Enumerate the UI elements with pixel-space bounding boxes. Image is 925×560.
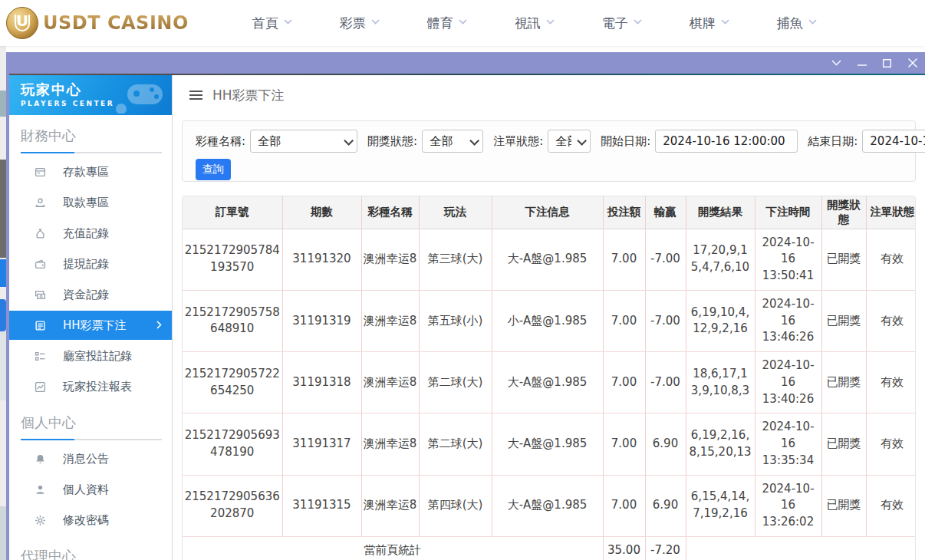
sidebar-item[interactable]: 提現記錄 (9, 249, 172, 279)
cell-lottery-name: 澳洲幸运8 (361, 290, 419, 351)
cell-draw-status: 已開獎 (821, 229, 866, 290)
end-date-input[interactable] (862, 130, 925, 153)
sidebar-section-title: 代理中心 (21, 547, 172, 560)
column-header: 下注信息 (492, 196, 603, 229)
sidebar-item[interactable]: 資金記錄 (9, 279, 172, 310)
table-row: 2152172905722654250 31191318 澳洲幸运8 第二球(大… (183, 352, 916, 413)
sidebar-item[interactable]: 個人資料 (9, 474, 172, 505)
cell-draw-status: 已開獎 (821, 413, 866, 475)
column-header: 投注額 (603, 196, 645, 229)
cell-bet-info: 大-A盤@1.985 (492, 352, 603, 413)
sidebar-item[interactable]: 存款專區 (9, 156, 172, 187)
cell-lottery-name: 澳洲幸运8 (361, 413, 419, 475)
draw-status-select[interactable]: 全部 (422, 130, 483, 153)
cell-lottery-name: 澳洲幸运8 (361, 352, 419, 413)
summary-bet-amount: 35.00 (603, 536, 645, 560)
sidebar-section: 個人中心 消息公告 個人資料 修改密碼 (9, 413, 172, 535)
nav-item-5[interactable]: 棋牌 (666, 0, 753, 46)
cell-order-no: 2152172905722654250 (183, 352, 282, 413)
breadcrumb: HH彩票下注 (173, 75, 925, 115)
cell-bet-amount: 7.00 (603, 352, 645, 413)
nav-item-4[interactable]: 電子 (578, 0, 666, 46)
cell-order-no: 2152172905758648910 (183, 290, 282, 351)
table-row: 2152172905636202870 31191315 澳洲幸运8 第四球(大… (183, 475, 916, 536)
query-button[interactable]: 查詢 (196, 159, 231, 180)
report-icon (35, 381, 46, 393)
app-window: 玩家中心 PLAYERS CENTER 財務中心 存款專區 取款專區 充值記錄 … (6, 52, 925, 560)
cell-bet-time: 2024-10-16 13:50:41 (755, 229, 821, 290)
cell-draw-result: 18,6,17,13,9,10,8,3 (686, 352, 755, 413)
screen: U USDT CASINO 首頁 彩票 體育 視訊 電子 棋 (0, 0, 925, 560)
cell-order-status: 有效 (866, 229, 916, 290)
nav-item-0[interactable]: 首頁 (229, 0, 316, 46)
cell-period: 31191320 (282, 229, 361, 290)
sidebar-item[interactable]: HH彩票下注 (9, 311, 172, 340)
hamburger-icon[interactable] (189, 88, 202, 102)
cell-bet-amount: 7.00 (603, 229, 645, 290)
sidebar-item[interactable]: 取款專區 (9, 187, 172, 218)
start-date-input[interactable] (655, 130, 798, 153)
cell-order-status: 有效 (866, 290, 916, 351)
column-header: 玩法 (419, 196, 492, 229)
withdraw-icon (35, 197, 46, 209)
sidebar: 玩家中心 PLAYERS CENTER 財務中心 存款專區 取款專區 充值記錄 … (9, 75, 173, 560)
lottery-name-select[interactable]: 全部 (250, 130, 357, 153)
nav-item-3[interactable]: 視訊 (491, 0, 578, 46)
sidebar-item[interactable]: 廳室投註記錄 (9, 341, 172, 371)
table-row: 2152172905784193570 31191320 澳洲幸运8 第三球(大… (183, 229, 916, 290)
cell-play-type: 第二球(大) (419, 352, 492, 413)
cell-bet-info: 大-A盤@1.985 (492, 229, 603, 290)
chevron-down-icon (371, 19, 380, 28)
background-fragment (0, 160, 6, 258)
background-fragment (0, 299, 6, 331)
background-fragment (0, 91, 6, 117)
window-maximize-icon[interactable] (874, 52, 900, 74)
content-area: 彩種名稱: 全部 開獎狀態: 全部 注單狀態: 全部 (173, 115, 925, 560)
window-close-icon[interactable] (900, 52, 925, 74)
window-minimize-icon[interactable] (849, 52, 874, 74)
background-fragment (0, 259, 6, 287)
main-content: HH彩票下注 彩種名稱: 全部 開獎狀態: 全部 (173, 75, 925, 560)
cell-bet-info: 大-A盤@1.985 (492, 475, 603, 536)
column-header: 開獎狀態 (821, 196, 866, 229)
sidebar-subtitle: PLAYERS CENTER (21, 100, 172, 107)
section-underline (21, 439, 162, 440)
nav-item-6[interactable]: 捕魚 (753, 0, 841, 46)
bets-table-panel: 訂單號期數彩種名稱玩法下注信息投注額輸贏開獎結果下注時間開獎狀態注單狀態 215… (182, 196, 916, 560)
cell-lottery-name: 澳洲幸运8 (361, 475, 419, 536)
sidebar-section-title: 個人中心 (21, 413, 172, 432)
cell-play-type: 第五球(小) (419, 290, 492, 351)
cell-play-type: 第三球(大) (419, 229, 492, 290)
cell-period: 31191315 (282, 475, 361, 536)
cell-draw-status: 已開獎 (821, 475, 866, 536)
order-status-select[interactable]: 全部 (548, 130, 591, 153)
cell-order-no: 2152172905636202870 (183, 475, 282, 536)
nav-item-2[interactable]: 體育 (403, 0, 491, 46)
cell-bet-time: 2024-10-16 13:46:26 (755, 290, 821, 351)
column-header: 彩種名稱 (361, 196, 419, 229)
window-chevron-down-icon[interactable] (824, 52, 849, 74)
logo[interactable]: U USDT CASINO (6, 7, 189, 39)
lottery-name-label: 彩種名稱: (196, 134, 245, 149)
nav-item-1[interactable]: 彩票 (316, 0, 403, 46)
background-fragment (0, 331, 6, 400)
deposit-icon (35, 166, 46, 178)
summary-empty (686, 536, 916, 560)
sidebar-section-title: 財務中心 (21, 127, 172, 145)
table-header-row: 訂單號期數彩種名稱玩法下注信息投注額輸贏開獎結果下注時間開獎狀態注單狀態 (183, 196, 916, 229)
cell-order-no: 2152172905784193570 (183, 229, 282, 290)
summary-win-loss: -7.20 (645, 536, 686, 560)
page-title: HH彩票下注 (212, 87, 285, 104)
window-titlebar (9, 52, 925, 74)
sidebar-item[interactable]: 玩家投注報表 (9, 371, 172, 402)
column-header: 期數 (282, 196, 361, 229)
cell-win-loss: 6.90 (645, 413, 686, 475)
end-date-label: 結束日期: (808, 134, 858, 149)
sidebar-item[interactable]: 充值記錄 (9, 218, 172, 249)
cell-win-loss: 6.90 (645, 475, 686, 536)
sidebar-item[interactable]: 修改密碼 (9, 505, 172, 535)
sidebar-item[interactable]: 消息公告 (9, 443, 172, 474)
chevron-right-icon (156, 318, 162, 332)
column-header: 注單狀態 (866, 196, 916, 229)
logo-monogram: U (15, 15, 30, 31)
